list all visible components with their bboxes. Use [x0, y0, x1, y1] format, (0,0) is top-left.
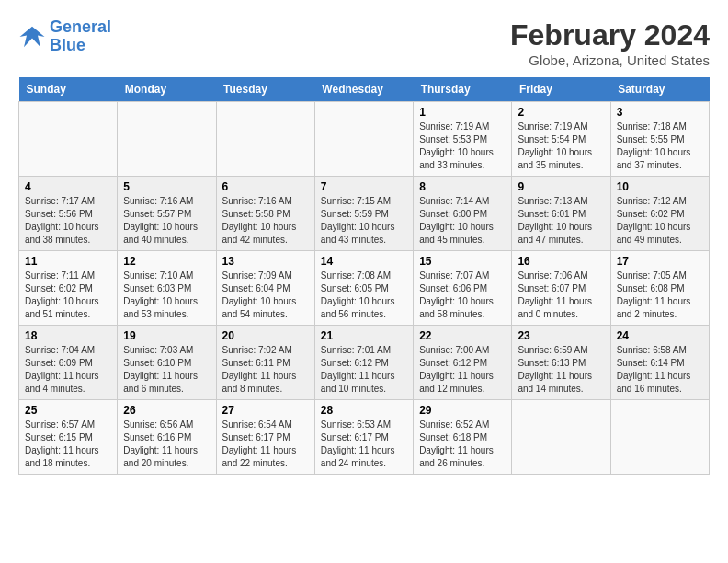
calendar-cell: 2Sunrise: 7:19 AM Sunset: 5:54 PM Daylig…: [512, 102, 610, 177]
day-info: Sunrise: 7:04 AM Sunset: 6:09 PM Dayligh…: [25, 344, 111, 396]
calendar-cell: 28Sunrise: 6:53 AM Sunset: 6:17 PM Dayli…: [314, 400, 413, 475]
calendar-cell: [19, 102, 118, 177]
day-number: 8: [419, 180, 506, 193]
day-info: Sunrise: 6:54 AM Sunset: 6:17 PM Dayligh…: [222, 419, 309, 470]
calendar-body: 1Sunrise: 7:19 AM Sunset: 5:53 PM Daylig…: [19, 102, 710, 475]
day-number: 6: [222, 180, 309, 193]
day-number: 10: [617, 180, 703, 193]
calendar-cell: 29Sunrise: 6:52 AM Sunset: 6:18 PM Dayli…: [414, 400, 512, 475]
title-area: February 2024 Globe, Arizona, United Sta…: [510, 18, 710, 68]
svg-marker-0: [20, 27, 45, 48]
calendar-cell: 7Sunrise: 7:15 AM Sunset: 5:59 PM Daylig…: [314, 177, 413, 251]
day-number: 14: [321, 255, 407, 268]
day-number: 25: [25, 404, 111, 417]
calendar-cell: [610, 400, 709, 475]
day-info: Sunrise: 6:56 AM Sunset: 6:16 PM Dayligh…: [123, 419, 210, 470]
day-info: Sunrise: 7:17 AM Sunset: 5:56 PM Dayligh…: [25, 195, 111, 247]
day-number: 29: [419, 404, 506, 417]
day-number: 1: [419, 106, 506, 119]
day-number: 12: [123, 255, 210, 268]
day-number: 4: [25, 180, 111, 193]
calendar-cell: 8Sunrise: 7:14 AM Sunset: 6:00 PM Daylig…: [414, 177, 512, 251]
day-number: 9: [518, 180, 604, 193]
calendar-cell: 10Sunrise: 7:12 AM Sunset: 6:02 PM Dayli…: [610, 177, 709, 251]
logo-icon: [18, 23, 46, 51]
calendar-week-row: 18Sunrise: 7:04 AM Sunset: 6:09 PM Dayli…: [19, 326, 710, 400]
day-info: Sunrise: 7:08 AM Sunset: 6:05 PM Dayligh…: [321, 270, 407, 321]
weekday-header: Saturday: [610, 77, 709, 102]
day-info: Sunrise: 7:00 AM Sunset: 6:12 PM Dayligh…: [419, 344, 506, 396]
day-number: 27: [222, 404, 309, 417]
day-info: Sunrise: 7:03 AM Sunset: 6:10 PM Dayligh…: [123, 344, 210, 396]
calendar-cell: 6Sunrise: 7:16 AM Sunset: 5:58 PM Daylig…: [216, 177, 314, 251]
calendar-cell: 25Sunrise: 6:57 AM Sunset: 6:15 PM Dayli…: [19, 400, 118, 475]
day-number: 15: [419, 255, 506, 268]
day-number: 24: [617, 329, 703, 342]
calendar-cell: 4Sunrise: 7:17 AM Sunset: 5:56 PM Daylig…: [19, 177, 118, 251]
calendar-cell: [314, 102, 413, 177]
calendar-cell: 13Sunrise: 7:09 AM Sunset: 6:04 PM Dayli…: [216, 251, 314, 326]
calendar-cell: 11Sunrise: 7:11 AM Sunset: 6:02 PM Dayli…: [19, 251, 118, 326]
calendar-cell: 14Sunrise: 7:08 AM Sunset: 6:05 PM Dayli…: [314, 251, 413, 326]
day-info: Sunrise: 7:19 AM Sunset: 5:54 PM Dayligh…: [518, 121, 604, 172]
calendar-cell: 16Sunrise: 7:06 AM Sunset: 6:07 PM Dayli…: [512, 251, 610, 326]
day-number: 22: [419, 329, 506, 342]
calendar-cell: 17Sunrise: 7:05 AM Sunset: 6:08 PM Dayli…: [610, 251, 709, 326]
calendar-cell: 22Sunrise: 7:00 AM Sunset: 6:12 PM Dayli…: [414, 326, 512, 400]
calendar-cell: [512, 400, 610, 475]
day-number: 2: [518, 106, 604, 119]
page-subtitle: Globe, Arizona, United States: [510, 52, 710, 68]
day-info: Sunrise: 7:16 AM Sunset: 5:58 PM Dayligh…: [222, 195, 309, 247]
day-number: 11: [25, 255, 111, 268]
calendar-week-row: 11Sunrise: 7:11 AM Sunset: 6:02 PM Dayli…: [19, 251, 710, 326]
day-info: Sunrise: 7:19 AM Sunset: 5:53 PM Dayligh…: [419, 121, 506, 172]
page-title: February 2024: [510, 18, 710, 52]
day-number: 13: [222, 255, 309, 268]
calendar-cell: [118, 102, 216, 177]
day-info: Sunrise: 7:13 AM Sunset: 6:01 PM Dayligh…: [518, 195, 604, 247]
calendar-cell: 18Sunrise: 7:04 AM Sunset: 6:09 PM Dayli…: [19, 326, 118, 400]
calendar-cell: 12Sunrise: 7:10 AM Sunset: 6:03 PM Dayli…: [118, 251, 216, 326]
day-info: Sunrise: 7:12 AM Sunset: 6:02 PM Dayligh…: [617, 195, 703, 247]
calendar-cell: [216, 102, 314, 177]
header: General Blue February 2024 Globe, Arizon…: [18, 18, 710, 68]
calendar-cell: 15Sunrise: 7:07 AM Sunset: 6:06 PM Dayli…: [414, 251, 512, 326]
day-info: Sunrise: 7:14 AM Sunset: 6:00 PM Dayligh…: [419, 195, 506, 247]
calendar-week-row: 4Sunrise: 7:17 AM Sunset: 5:56 PM Daylig…: [19, 177, 710, 251]
calendar-cell: 9Sunrise: 7:13 AM Sunset: 6:01 PM Daylig…: [512, 177, 610, 251]
day-info: Sunrise: 6:59 AM Sunset: 6:13 PM Dayligh…: [518, 344, 604, 396]
day-info: Sunrise: 7:09 AM Sunset: 6:04 PM Dayligh…: [222, 270, 309, 321]
calendar-cell: 5Sunrise: 7:16 AM Sunset: 5:57 PM Daylig…: [118, 177, 216, 251]
day-info: Sunrise: 7:05 AM Sunset: 6:08 PM Dayligh…: [617, 270, 703, 321]
weekday-header: Friday: [512, 77, 610, 102]
day-info: Sunrise: 7:15 AM Sunset: 5:59 PM Dayligh…: [321, 195, 407, 247]
calendar-cell: 1Sunrise: 7:19 AM Sunset: 5:53 PM Daylig…: [414, 102, 512, 177]
calendar-week-row: 1Sunrise: 7:19 AM Sunset: 5:53 PM Daylig…: [19, 102, 710, 177]
day-info: Sunrise: 7:07 AM Sunset: 6:06 PM Dayligh…: [419, 270, 506, 321]
calendar-cell: 23Sunrise: 6:59 AM Sunset: 6:13 PM Dayli…: [512, 326, 610, 400]
weekday-header: Wednesday: [314, 77, 413, 102]
day-info: Sunrise: 7:18 AM Sunset: 5:55 PM Dayligh…: [617, 121, 703, 172]
day-info: Sunrise: 7:06 AM Sunset: 6:07 PM Dayligh…: [518, 270, 604, 321]
day-number: 5: [123, 180, 210, 193]
calendar-cell: 21Sunrise: 7:01 AM Sunset: 6:12 PM Dayli…: [314, 326, 413, 400]
weekday-header: Tuesday: [216, 77, 314, 102]
calendar-cell: 20Sunrise: 7:02 AM Sunset: 6:11 PM Dayli…: [216, 326, 314, 400]
day-info: Sunrise: 7:02 AM Sunset: 6:11 PM Dayligh…: [222, 344, 309, 396]
logo-text: General Blue: [50, 18, 111, 55]
day-number: 21: [321, 329, 407, 342]
day-info: Sunrise: 7:16 AM Sunset: 5:57 PM Dayligh…: [123, 195, 210, 247]
calendar-cell: 3Sunrise: 7:18 AM Sunset: 5:55 PM Daylig…: [610, 102, 709, 177]
day-number: 20: [222, 329, 309, 342]
day-info: Sunrise: 6:57 AM Sunset: 6:15 PM Dayligh…: [25, 419, 111, 470]
calendar-cell: 27Sunrise: 6:54 AM Sunset: 6:17 PM Dayli…: [216, 400, 314, 475]
day-info: Sunrise: 7:10 AM Sunset: 6:03 PM Dayligh…: [123, 270, 210, 321]
calendar-table: SundayMondayTuesdayWednesdayThursdayFrid…: [18, 77, 710, 475]
weekday-header: Sunday: [19, 77, 118, 102]
calendar-cell: 26Sunrise: 6:56 AM Sunset: 6:16 PM Dayli…: [118, 400, 216, 475]
day-info: Sunrise: 6:53 AM Sunset: 6:17 PM Dayligh…: [321, 419, 407, 470]
day-number: 26: [123, 404, 210, 417]
day-info: Sunrise: 7:11 AM Sunset: 6:02 PM Dayligh…: [25, 270, 111, 321]
weekday-header: Thursday: [414, 77, 512, 102]
calendar-cell: 19Sunrise: 7:03 AM Sunset: 6:10 PM Dayli…: [118, 326, 216, 400]
